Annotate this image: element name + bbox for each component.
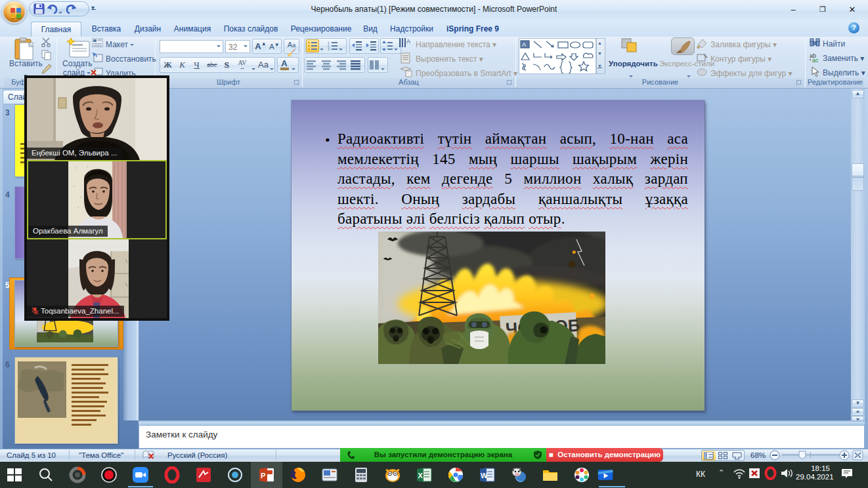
svg-text:3: 3 bbox=[328, 47, 330, 51]
svg-text:ac: ac bbox=[812, 57, 819, 63]
svg-text:A: A bbox=[522, 41, 526, 48]
svg-text:А: А bbox=[406, 38, 410, 45]
svg-text:W: W bbox=[481, 472, 488, 479]
svg-text:X: X bbox=[418, 472, 423, 479]
svg-text:P: P bbox=[261, 472, 265, 479]
